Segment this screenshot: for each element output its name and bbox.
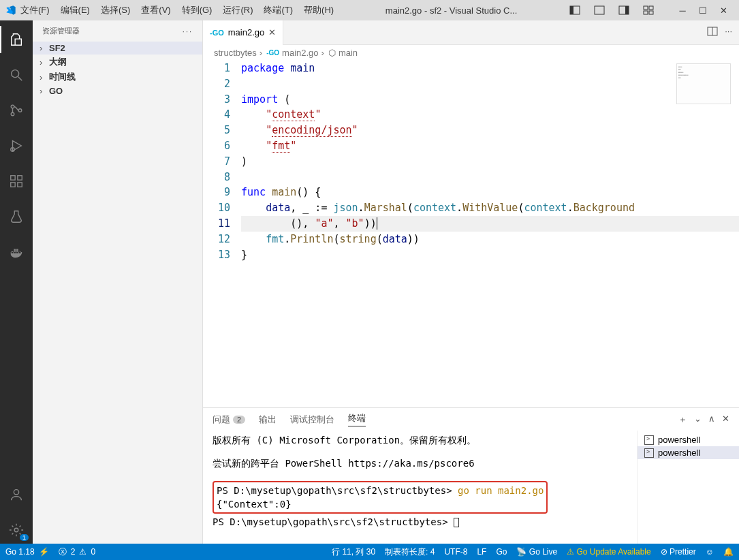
svg-line-10: [18, 77, 22, 81]
activity-bar: 1: [0, 20, 33, 544]
minimap[interactable]: ▬▬▬▬▬▬▬▬▬▬▬▬▬▬▬▬▬▬▬: [676, 63, 731, 104]
tree-item-go[interactable]: ›GO: [33, 84, 202, 97]
panel-new-icon[interactable]: ＋: [678, 414, 687, 426]
status-go-update[interactable]: ⚠ Go Update Available: [567, 547, 651, 557]
layout-bottom-icon[interactable]: [589, 1, 610, 20]
menu-help[interactable]: 帮助(H): [300, 3, 338, 18]
package-icon: ⬡: [328, 48, 336, 58]
panel-tab-problems[interactable]: 问题2: [213, 414, 245, 426]
menu-goto[interactable]: 转到(G): [178, 3, 217, 18]
tab-bar: -GO main2.go ✕ ···: [203, 20, 739, 45]
code-lines[interactable]: package main import ( "context" "encodin…: [241, 61, 739, 407]
activity-testing[interactable]: [0, 203, 33, 230]
status-eol[interactable]: LF: [477, 547, 486, 557]
sidebar-title: 资源管理器: [42, 26, 80, 36]
status-go-version[interactable]: Go 1.18⚡: [5, 547, 49, 557]
svg-point-13: [18, 109, 22, 112]
status-bell-icon[interactable]: 🔔: [723, 547, 734, 557]
status-encoding[interactable]: UTF-8: [444, 547, 467, 557]
sidebar-tree: ›SF2 ›大纲 ›时间线 ›GO: [33, 42, 202, 544]
svg-rect-6: [649, 6, 653, 10]
panel-maximize-icon[interactable]: ∧: [708, 414, 715, 426]
menu-file[interactable]: 文件(F): [16, 3, 54, 18]
terminal-entry[interactable]: powershell: [638, 446, 739, 459]
activity-search[interactable]: [0, 61, 33, 89]
activity-settings[interactable]: 1: [0, 516, 33, 544]
tree-item-sf2[interactable]: ›SF2: [33, 42, 202, 55]
svg-rect-5: [644, 6, 648, 10]
editor-more-icon[interactable]: ···: [725, 26, 732, 39]
menu-terminal[interactable]: 终端(T): [260, 3, 297, 18]
tree-label: SF2: [49, 43, 65, 53]
svg-point-19: [14, 490, 18, 495]
sidebar: 资源管理器 ··· ›SF2 ›大纲 ›时间线 ›GO: [33, 20, 203, 544]
activity-explorer[interactable]: [0, 26, 33, 53]
status-problems[interactable]: ⓧ2⚠0: [59, 546, 95, 558]
activity-extensions[interactable]: [0, 168, 33, 195]
panel-tab-output[interactable]: 输出: [259, 414, 277, 426]
tree-item-outline[interactable]: ›大纲: [33, 55, 202, 69]
terminal-highlight-box: PS D:\mysetup\gopath\src\sf2\structbytes…: [213, 481, 548, 514]
titlebar: 文件(F) 编辑(E) 选择(S) 查看(V) 转到(G) 运行(R) 终端(T…: [0, 0, 739, 20]
layout-right-icon[interactable]: [614, 1, 634, 20]
tab-filename: main2.go: [228, 27, 264, 37]
activity-scm[interactable]: [0, 97, 33, 124]
svg-rect-1: [570, 6, 573, 14]
code-editor[interactable]: 12345678910111213 package main import ( …: [203, 61, 739, 407]
breadcrumb[interactable]: structbytes › -GOmain2.go › ⬡main: [203, 45, 739, 61]
activity-account[interactable]: [0, 481, 33, 508]
lightning-icon: ⚡: [39, 547, 49, 557]
svg-point-12: [11, 112, 14, 116]
breadcrumb-folder[interactable]: structbytes ›: [214, 48, 262, 58]
menu-select[interactable]: 选择(S): [97, 3, 134, 18]
menu-edit[interactable]: 编辑(E): [57, 3, 94, 18]
activity-docker[interactable]: [0, 238, 33, 266]
menu-view[interactable]: 查看(V): [137, 3, 174, 18]
tree-item-timeline[interactable]: ›时间线: [33, 69, 202, 84]
cancel-icon: ⊘: [661, 547, 667, 557]
status-prettier[interactable]: ⊘ Prettier: [661, 547, 696, 557]
svg-rect-7: [644, 11, 648, 14]
tab-close-icon[interactable]: ✕: [268, 27, 276, 37]
terminal-list: powershell powershell: [637, 431, 739, 544]
go-file-icon: -GO: [210, 29, 224, 37]
tree-label: GO: [49, 86, 63, 96]
vscode-logo: [5, 5, 16, 16]
panel-close-icon[interactable]: ✕: [722, 414, 729, 426]
editor-tab[interactable]: -GO main2.go ✕: [203, 20, 283, 45]
svg-rect-17: [18, 183, 22, 187]
layout-left-icon[interactable]: [565, 1, 585, 20]
warning-icon: ⚠: [79, 547, 87, 557]
split-editor-icon[interactable]: [707, 26, 718, 39]
panel-dropdown-icon[interactable]: ⌄: [694, 414, 702, 426]
menu-run[interactable]: 运行(R): [219, 3, 257, 18]
sidebar-more-icon[interactable]: ···: [183, 27, 193, 35]
menu-bar: 文件(F) 编辑(E) 选择(S) 查看(V) 转到(G) 运行(R) 终端(T…: [16, 3, 338, 18]
status-language[interactable]: Go: [496, 547, 507, 557]
tree-label: 时间线: [49, 71, 76, 83]
svg-point-11: [11, 105, 14, 108]
svg-point-9: [12, 70, 19, 78]
layout-icons: [565, 1, 659, 20]
terminal[interactable]: 版权所有 (C) Microsoft Corporation。保留所有权利。 尝…: [203, 431, 637, 544]
status-cursor-pos[interactable]: 行 11, 列 30: [332, 546, 375, 558]
window-title: main2.go - sf2 - Visual Studio C...: [338, 5, 565, 16]
line-gutter: 12345678910111213: [203, 61, 241, 407]
powershell-icon: [644, 435, 654, 445]
tree-label: 大纲: [49, 56, 67, 68]
status-indent[interactable]: 制表符长度: 4: [385, 546, 435, 558]
minimize-button[interactable]: ─: [672, 1, 693, 20]
status-golive[interactable]: 📡 Go Live: [516, 547, 557, 557]
maximize-button[interactable]: ☐: [693, 1, 713, 20]
close-button[interactable]: ✕: [713, 1, 734, 20]
panel-tab-terminal[interactable]: 终端: [348, 412, 366, 426]
panel-tab-debug[interactable]: 调试控制台: [290, 414, 334, 426]
terminal-entry[interactable]: powershell: [638, 433, 739, 446]
panel: 问题2 输出 调试控制台 终端 ＋ ⌄ ∧ ✕ 版权所有 (C) Microso…: [203, 407, 739, 544]
layout-grid-icon[interactable]: [638, 1, 659, 20]
breadcrumb-file[interactable]: -GOmain2.go ›: [266, 48, 324, 58]
status-feedback-icon[interactable]: ☺: [706, 547, 714, 557]
terminal-line: PS D:\mysetup\gopath\src\sf2\structbytes…: [213, 515, 627, 529]
activity-debug[interactable]: [0, 132, 33, 159]
breadcrumb-symbol[interactable]: ⬡main: [328, 48, 358, 58]
